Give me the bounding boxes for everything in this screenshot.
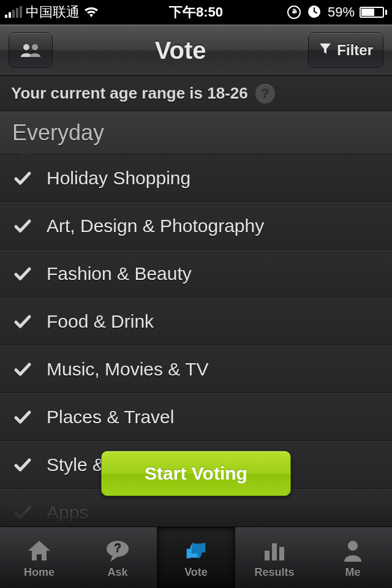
tab-label: Me (345, 566, 360, 579)
filter-button[interactable]: Filter (308, 32, 383, 68)
check-icon (12, 218, 33, 234)
section-header-label: Everyday (12, 120, 104, 146)
tab-me[interactable]: Me (314, 527, 392, 588)
list-item[interactable]: Music, Movies & TV (0, 345, 392, 393)
status-bar: 中国联通 下午8:50 59% (0, 0, 392, 24)
svg-point-4 (32, 44, 38, 50)
tab-vote[interactable]: Vote (157, 527, 235, 588)
check-icon (12, 170, 33, 186)
list-item-label: Food & Drink (47, 311, 154, 332)
signal-icon (5, 7, 22, 18)
check-icon (12, 409, 33, 425)
battery-pct: 59% (328, 4, 355, 20)
tab-bar: Home ? Ask Vote Results (0, 527, 392, 588)
results-icon (259, 537, 290, 564)
start-voting-button[interactable]: Start Voting (101, 451, 291, 496)
tab-label: Results (254, 566, 294, 579)
nav-bar: Vote Filter (0, 24, 392, 76)
svg-point-3 (23, 44, 29, 50)
tab-home[interactable]: Home (0, 527, 78, 588)
list-item[interactable]: Art, Design & Photography (0, 202, 392, 250)
check-icon (12, 266, 33, 282)
battery-icon (360, 7, 387, 18)
check-icon (12, 314, 33, 330)
list-item-label: Fashion & Beauty (47, 263, 192, 284)
age-info-text: Your current age range is 18-26 (11, 84, 248, 103)
check-icon (12, 457, 33, 473)
tab-label: Vote (184, 566, 208, 579)
ask-icon: ? (102, 537, 133, 564)
section-header-everyday[interactable]: Everyday (0, 111, 392, 154)
wifi-icon (83, 6, 99, 18)
friends-button[interactable] (9, 32, 53, 68)
alarm-icon (307, 4, 323, 20)
vote-icon (181, 537, 211, 564)
check-icon (12, 361, 33, 377)
svg-point-10 (348, 541, 358, 551)
svg-rect-9 (279, 547, 284, 560)
list-fade (0, 502, 392, 527)
list-item-label: Music, Movies & TV (47, 359, 209, 380)
tab-label: Home (24, 566, 55, 579)
list-item-label: Art, Design & Photography (47, 216, 264, 236)
help-icon[interactable]: ? (255, 84, 275, 104)
carrier-text: 中国联通 (26, 3, 80, 21)
list-item[interactable]: Food & Drink (0, 298, 392, 345)
home-icon (24, 537, 55, 564)
list-item[interactable]: Holiday Shopping (0, 154, 392, 202)
list-item[interactable]: Places & Travel (0, 393, 392, 441)
age-info-strip: Your current age range is 18-26 ? (0, 76, 392, 111)
list-item[interactable]: Fashion & Beauty (0, 250, 392, 298)
list-item-label: Holiday Shopping (47, 168, 190, 189)
filter-label: Filter (337, 42, 373, 59)
tab-ask[interactable]: ? Ask (78, 527, 157, 588)
tab-results[interactable]: Results (235, 527, 314, 588)
category-list: Holiday ShoppingArt, Design & Photograph… (0, 154, 392, 527)
svg-rect-7 (265, 551, 270, 560)
svg-rect-1 (292, 11, 295, 13)
rotation-lock-icon (286, 4, 302, 20)
list-item-label: Places & Travel (47, 407, 174, 428)
svg-rect-8 (272, 543, 277, 560)
page-title: Vote (53, 37, 308, 64)
svg-text:?: ? (114, 541, 121, 555)
tab-label: Ask (107, 566, 127, 579)
me-icon (337, 537, 368, 564)
status-time: 下午8:50 (169, 3, 223, 21)
funnel-icon (318, 42, 332, 59)
